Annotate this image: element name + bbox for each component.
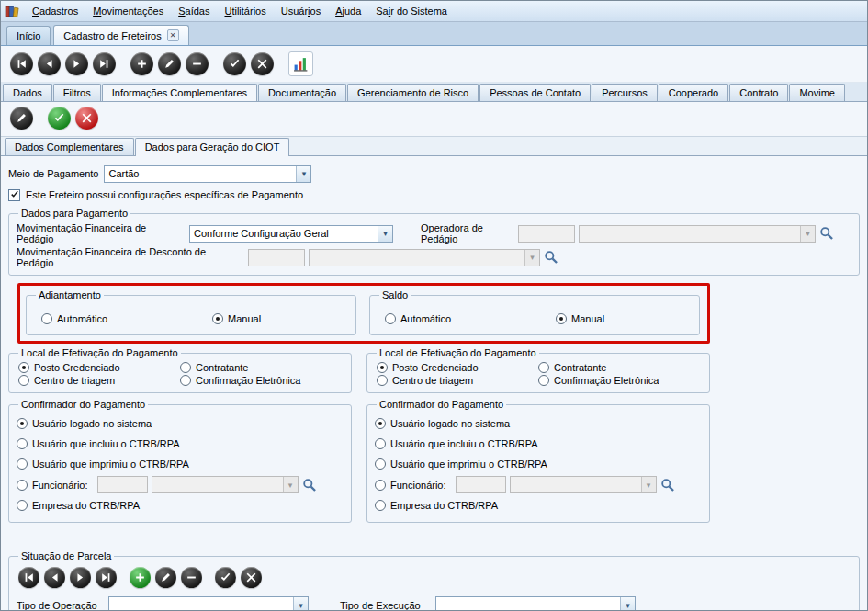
menu-item-ajuda[interactable]: Ajuda [328,2,368,20]
first-button[interactable] [10,52,33,75]
menu-item-utilitarios[interactable]: Utilitários [217,2,273,20]
tab-filtros[interactable]: Filtros [53,84,101,101]
radio-manual[interactable]: Manual [212,313,339,324]
search-icon[interactable] [819,226,834,241]
radio-empresa-do-ctrb-rpa[interactable]: Empresa do CTRB/RPA [17,500,140,511]
radio-contratante[interactable]: Contratante [538,362,694,373]
cancel-button[interactable] [241,567,262,588]
menu-item-usuarios[interactable]: Usuários [274,2,328,20]
radio-icon [17,500,28,511]
tab-informacoes-complementares[interactable]: Informações Complementares [102,84,257,102]
next-icon [71,58,83,70]
operadora-code-input[interactable] [518,225,575,243]
cancel-button[interactable] [251,52,274,75]
confirm-button[interactable] [48,107,71,130]
radio-centro-de-triagem[interactable]: Centro de triagem [377,375,531,386]
radio-icon [17,418,28,429]
radio-automatico[interactable]: Automático [41,313,205,324]
last-button[interactable] [96,567,117,588]
last-button[interactable] [93,52,116,75]
edit-button[interactable] [158,52,181,75]
radio-label: Posto Credenciado [392,362,479,373]
close-icon[interactable]: ✕ [167,29,179,41]
add-button[interactable] [130,567,151,588]
edit-icon [16,112,28,124]
radio-confirmacao-eletronica[interactable]: Confirmação Eletrônica [538,375,694,386]
menu-item-cadastros[interactable]: Cadastros [25,2,85,20]
radio-usuario-que-imprimiu-o-ctrb-rpa[interactable]: Usuário que imprimiu o CTRB/RPA [17,458,189,470]
meio-pagamento-label: Meio de Pagamento [8,168,98,179]
tab-dados[interactable]: Dados [3,84,52,101]
edit-button[interactable] [10,107,33,130]
radio-empresa-do-ctrb-rpa[interactable]: Empresa do CTRB/RPA [375,500,498,511]
radio-usuario-que-imprimiu-o-ctrb-rpa[interactable]: Usuário que imprimiu o CTRB/RPA [375,458,547,470]
document-tab-cadastro-de-freteiros[interactable]: Cadastro de Freteiros✕ [53,25,188,45]
prev-button[interactable] [44,567,65,588]
mov-desconto-code-input[interactable] [248,249,305,266]
menu-item-saidas[interactable]: Saídas [171,2,217,20]
radio-posto-credenciado[interactable]: Posto Credenciado [18,362,173,373]
confirm-button[interactable] [215,567,236,588]
next-button[interactable] [65,52,88,75]
funcionario-combo[interactable]: ▾ [152,476,299,493]
cancel-button[interactable] [75,107,98,130]
funcionario-code-input[interactable] [456,476,506,493]
radio-contratante[interactable]: Contratante [180,362,336,373]
radio-confirmacao-eletronica[interactable]: Confirmação Eletrônica [180,375,336,386]
radio-usuario-que-incluiu-o-ctrb-rpa[interactable]: Usuário que incluiu o CTRB/RPA [375,438,538,449]
tipo-operacao-combo[interactable]: ▾ [108,596,309,611]
mov-desconto-combo[interactable]: ▾ [309,249,540,266]
edit-button[interactable] [155,567,176,588]
search-icon[interactable] [660,478,675,492]
radio-icon [180,375,191,386]
tab-gerenciamento-de-risco[interactable]: Gerenciamento de Risco [347,84,479,101]
radio-funcionario[interactable]: Funcionário: [17,480,88,491]
confirmador-pagamento-group: Confirmador do PagamentoUsuário logado n… [8,399,352,523]
radio-label: Confirmação Eletrônica [196,375,300,386]
prev-icon [49,571,61,583]
radio-icon [18,375,29,386]
local-options: Posto CredenciadoContratanteCentro de tr… [375,360,702,388]
radio-automatico[interactable]: Automático [385,313,548,324]
operadora-combo[interactable]: ▾ [579,225,816,243]
prev-button[interactable] [38,52,61,75]
first-button[interactable] [18,567,39,588]
tab-movime[interactable]: Movime [789,84,845,101]
menu-item-sair-do-sistema[interactable]: Sair do Sistema [368,2,455,20]
search-icon[interactable] [544,250,558,265]
chart-button[interactable] [288,51,313,76]
radio-usuario-logado-no-sistema[interactable]: Usuário logado no sistema [375,418,510,429]
radio-usuario-que-incluiu-o-ctrb-rpa[interactable]: Usuário que incluiu o CTRB/RPA [17,438,180,449]
radio-label: Usuário que incluiu o CTRB/RPA [32,438,180,449]
funcionario-combo[interactable]: ▾ [510,476,657,493]
mov-pedagio-combo[interactable]: Conforme Configuração Geral ▾ [189,225,393,243]
radio-funcionario[interactable]: Funcionário: [375,480,446,491]
subtab-dados-complementares[interactable]: Dados Complementares [5,138,134,155]
radio-usuario-logado-no-sistema[interactable]: Usuário logado no sistema [17,418,152,429]
menu-item-movimentacoes[interactable]: Movimentações [85,2,171,20]
tipo-execucao-combo[interactable]: ▾ [435,596,636,611]
funcionario-code-input[interactable] [97,476,148,493]
remove-button[interactable] [181,567,202,588]
tab-percursos[interactable]: Percursos [592,84,658,101]
remove-button[interactable] [186,52,209,75]
edit-icon [163,58,175,70]
add-button[interactable] [130,52,153,75]
tab-pessoas-de-contato[interactable]: Pessoas de Contato [479,84,591,101]
search-icon[interactable] [302,478,317,492]
group-title: Local de Efetivação do Pagamento [18,347,181,358]
tab-contrato[interactable]: Contrato [729,84,788,101]
subtab-dados-para-geracao-do-ciot[interactable]: Dados para Geração do CIOT [135,138,290,156]
radio-label: Empresa do CTRB/RPA [390,500,498,511]
tab-documentacao[interactable]: Documentação [258,84,346,101]
tab-cooperado[interactable]: Cooperado [659,84,728,101]
confirm-button[interactable] [223,52,246,75]
chevron-down-icon: ▾ [524,250,539,266]
radio-centro-de-triagem[interactable]: Centro de triagem [18,375,173,386]
meio-pagamento-combo[interactable]: Cartão ▾ [104,165,311,183]
config-especifica-checkbox[interactable] [8,189,20,201]
radio-manual[interactable]: Manual [556,313,682,324]
radio-posto-credenciado[interactable]: Posto Credenciado [377,362,531,373]
next-button[interactable] [70,567,91,588]
document-tab-inicio[interactable]: Início [6,26,51,45]
